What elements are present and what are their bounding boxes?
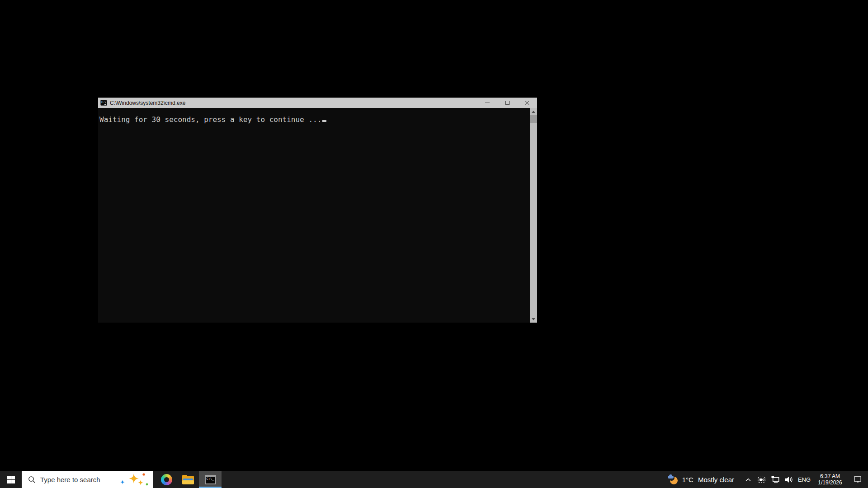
start-button[interactable] — [0, 471, 22, 488]
clock-time: 6:37 AM — [820, 473, 840, 479]
taskbar-app-copilot[interactable] — [156, 471, 177, 488]
network-button[interactable] — [769, 471, 782, 488]
action-center-icon — [853, 475, 862, 483]
volume-icon — [784, 476, 794, 483]
close-icon — [525, 101, 529, 105]
taskbar-app-file-explorer[interactable] — [177, 471, 199, 488]
clock-date: 1/19/2026 — [818, 479, 842, 486]
cmd-icon: C:\ — [100, 100, 107, 106]
scroll-up-button[interactable] — [530, 108, 537, 115]
taskbar: C:\_ 1°C Mostly clear — [0, 471, 868, 488]
weather-temperature: 1°C — [682, 476, 693, 483]
maximize-icon — [505, 101, 509, 105]
minimize-icon — [485, 103, 490, 103]
window-title: C:\Windows\system32\cmd.exe — [110, 100, 185, 106]
minimize-button[interactable] — [477, 98, 497, 108]
console-line: Waiting for 30 seconds, press a key to c… — [99, 115, 326, 124]
network-ethernet-icon — [771, 475, 780, 483]
scroll-down-button[interactable] — [530, 315, 537, 323]
window-titlebar[interactable]: C:\ C:\Windows\system32\cmd.exe — [98, 98, 537, 108]
file-explorer-icon — [182, 475, 194, 484]
taskbar-clock[interactable]: 6:37 AM 1/19/2026 — [813, 471, 847, 488]
copilot-sparkles-icon — [112, 472, 150, 487]
action-center-button[interactable] — [847, 471, 868, 488]
scroll-down-icon — [532, 318, 535, 320]
mostly-clear-night-icon — [668, 474, 678, 485]
system-tray: 1°C Mostly clear — [664, 471, 868, 488]
scrollbar[interactable] — [530, 108, 537, 323]
weather-condition: Mostly clear — [698, 476, 734, 483]
scrollbar-thumb[interactable] — [530, 115, 537, 123]
search-icon — [28, 476, 36, 483]
scroll-up-icon — [532, 111, 535, 113]
taskbar-app-command-prompt[interactable]: C:\_ — [199, 471, 222, 488]
meet-now-button[interactable] — [755, 471, 769, 488]
console-output[interactable]: Waiting for 30 seconds, press a key to c… — [98, 108, 537, 323]
maximize-button[interactable] — [497, 98, 517, 108]
cmd-window: C:\ C:\Windows\system32\cmd.exe Waiting … — [98, 98, 537, 323]
copilot-icon — [161, 474, 172, 485]
windows-logo-icon — [7, 476, 15, 483]
chevron-up-icon — [745, 477, 752, 482]
search-box[interactable] — [22, 471, 153, 488]
window-controls — [477, 98, 537, 108]
volume-button[interactable] — [782, 471, 796, 488]
meet-now-camera-icon — [757, 476, 766, 483]
console-line-text: Waiting for 30 seconds, press a key to c… — [99, 115, 321, 124]
hidden-icons-button[interactable] — [741, 471, 755, 488]
console-cursor — [322, 120, 326, 122]
weather-widget[interactable]: 1°C Mostly clear — [664, 471, 741, 488]
language-indicator[interactable]: ENG — [796, 471, 813, 488]
close-button[interactable] — [517, 98, 537, 108]
command-prompt-icon: C:\_ — [205, 475, 216, 484]
